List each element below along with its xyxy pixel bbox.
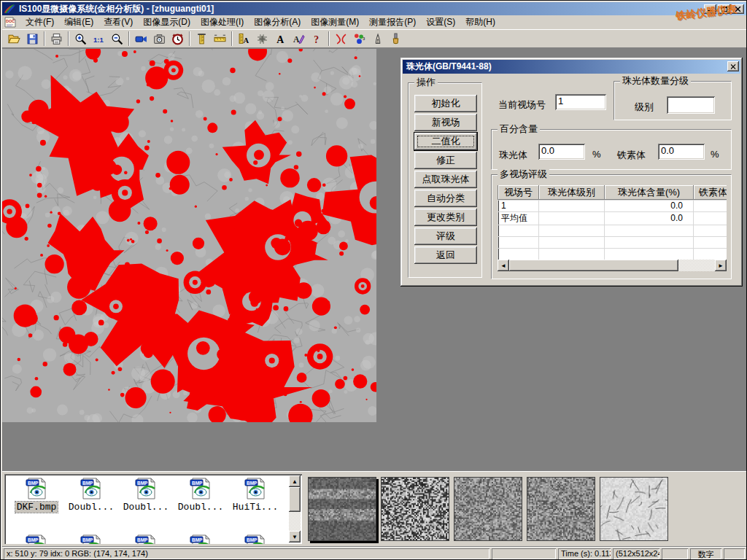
op-button-1[interactable]: 初始化 [414, 95, 477, 112]
measure-text-button[interactable]: A [235, 30, 253, 47]
file-item-row2-5[interactable]: BMP [229, 534, 282, 544]
save-button[interactable] [23, 30, 42, 47]
minimize-button[interactable] [704, 4, 716, 14]
op-button-7[interactable]: 更改类别 [414, 209, 477, 226]
video-camera-button[interactable] [132, 30, 150, 47]
menu-item-6[interactable]: 图像分析(A) [249, 15, 306, 30]
dialog-title-bar[interactable]: 珠光体(GB/T9441-88) [403, 60, 740, 74]
scroll-up-button[interactable]: ▲ [289, 475, 301, 487]
file-item-row2-3[interactable]: BMP [120, 534, 172, 544]
bmp-file-icon: BMP [26, 534, 47, 544]
brush-tool-button[interactable] [387, 30, 405, 47]
pearlite-percent-input[interactable]: 0.0 [538, 144, 585, 160]
table-row[interactable]: 10.0 [498, 200, 727, 211]
table-row[interactable] [498, 236, 727, 248]
menu-item-7[interactable]: 图像测量(M) [306, 15, 364, 30]
scroll-thumb[interactable] [509, 260, 678, 271]
annotate-button[interactable]: A [290, 30, 308, 47]
menu-item-1[interactable]: 文件(F) [20, 15, 59, 30]
timer-button[interactable] [169, 30, 187, 47]
op-button-4[interactable]: 修正 [414, 152, 477, 169]
actual-size-button[interactable]: 1:1 [90, 30, 108, 47]
file-item-4[interactable]: BMPDoubl... [174, 477, 227, 513]
grid-button[interactable] [253, 30, 271, 47]
document-icon[interactable]: DOC [4, 17, 16, 28]
thumbnail-3[interactable] [454, 477, 522, 541]
op-button-3[interactable]: 二值化 [414, 133, 477, 150]
scroll-left-button[interactable]: ◄ [498, 260, 509, 271]
help-button[interactable]: ? [308, 30, 326, 47]
table-row[interactable] [498, 225, 727, 236]
file-item-row2-2[interactable]: BMP [65, 534, 117, 544]
text-button[interactable]: A [271, 30, 290, 47]
table-header[interactable]: 铁素体含量(%) [694, 185, 727, 200]
scroll-right-button[interactable]: ► [715, 260, 727, 271]
zoom-out-button[interactable] [108, 30, 126, 47]
toolbar-separator [68, 31, 69, 46]
menu-item-8[interactable]: 测量报告(P) [364, 15, 421, 30]
table-header[interactable]: 珠光体含量(%) [605, 185, 694, 200]
folder-open-button[interactable] [5, 30, 23, 47]
table-header[interactable]: 视场号 [498, 185, 539, 200]
multi-field-group-label: 多视场评级 [498, 169, 549, 179]
maximize-button[interactable] [718, 4, 730, 14]
bmp-file-icon: BMP [80, 534, 102, 544]
window-title: IS100显微摄像系统(金相分析版) - [zhuguangti01] [19, 3, 214, 15]
thumbnail-4[interactable] [527, 477, 595, 541]
thumbnail-5[interactable] [600, 477, 668, 541]
phase-mark-icon: 3 [353, 33, 365, 45]
menu-item-5[interactable]: 图像处理(I) [196, 15, 249, 30]
pen-tool-button[interactable] [368, 30, 387, 47]
curve-tool-button[interactable] [332, 30, 350, 47]
operation-group: 操作 初始化新视场二值化修正点取珠光体自动分类更改类别评级返回 [408, 82, 482, 278]
file-list-scrollbar[interactable]: ▲ ▼ [289, 475, 301, 542]
thumbnail-2[interactable] [381, 477, 449, 541]
file-item-row2-4[interactable]: BMP [174, 534, 227, 544]
file-name: Doubl... [177, 502, 225, 513]
menu-item-9[interactable]: 设置(S) [421, 15, 460, 30]
op-button-2[interactable]: 新视场 [414, 114, 477, 131]
file-item-2[interactable]: BMPDoubl... [65, 477, 117, 513]
thumbnail-1[interactable] [308, 477, 376, 541]
menu-item-10[interactable]: 帮助(H) [460, 15, 500, 30]
caliper-button[interactable] [193, 30, 211, 47]
svg-text:BMP: BMP [28, 537, 39, 542]
table-row[interactable] [498, 248, 727, 260]
application-window: IS100显微摄像系统(金相分析版) - [zhuguangti01] 铁岭仪器… [0, 0, 747, 560]
op-button-8[interactable]: 评级 [414, 228, 477, 245]
menu-item-3[interactable]: 查看(V) [98, 15, 138, 30]
toolbar: 1:1AAA?3 [2, 29, 746, 48]
phase-mark-button[interactable]: 3 [350, 30, 368, 47]
table-horizontal-scrollbar[interactable]: ◄ ► [498, 260, 727, 271]
file-item-5[interactable]: BMPHuiTi... [229, 477, 282, 513]
menu-item-2[interactable]: 编辑(E) [59, 15, 98, 30]
op-button-5[interactable]: 点取珠光体 [414, 171, 477, 188]
table-row[interactable]: 平均值0.0 [498, 211, 727, 225]
scroll-thumb[interactable] [289, 487, 301, 512]
scroll-track[interactable] [509, 260, 715, 271]
rating-table[interactable]: 视场号珠光体级别珠光体含量(%)铁素体含量(%)10.0平均值0.0 [498, 185, 727, 271]
close-button[interactable] [732, 4, 744, 14]
level-input[interactable] [667, 96, 715, 114]
op-button-6[interactable]: 自动分类 [414, 190, 477, 207]
ruler-icon [214, 33, 226, 45]
op-button-9[interactable]: 返回 [414, 246, 477, 264]
file-item-3[interactable]: BMPDoubl... [120, 477, 172, 513]
table-header[interactable]: 珠光体级别 [539, 185, 605, 200]
percent-group-label: 百分含量 [498, 124, 540, 134]
menu-item-4[interactable]: 图像显示(D) [138, 15, 196, 30]
file-item-row2-1[interactable]: BMP [10, 534, 63, 544]
ferrite-percent-input[interactable]: 0.0 [658, 144, 705, 160]
zoom-in-button[interactable] [71, 30, 90, 47]
dialog-close-button[interactable] [727, 61, 739, 71]
metallograph-image[interactable] [2, 49, 376, 422]
print-button[interactable] [47, 30, 66, 47]
camera-button[interactable] [150, 30, 169, 47]
current-field-input[interactable]: 1 [555, 94, 606, 110]
ferrite-percent-unit: % [711, 149, 719, 160]
file-item-1[interactable]: BMPDKF.bmp [10, 477, 63, 513]
ruler-button[interactable] [211, 30, 229, 47]
scroll-down-button[interactable]: ▼ [289, 531, 301, 542]
svg-text:A: A [293, 35, 300, 44]
bmp-file-icon: BMP [135, 477, 157, 500]
